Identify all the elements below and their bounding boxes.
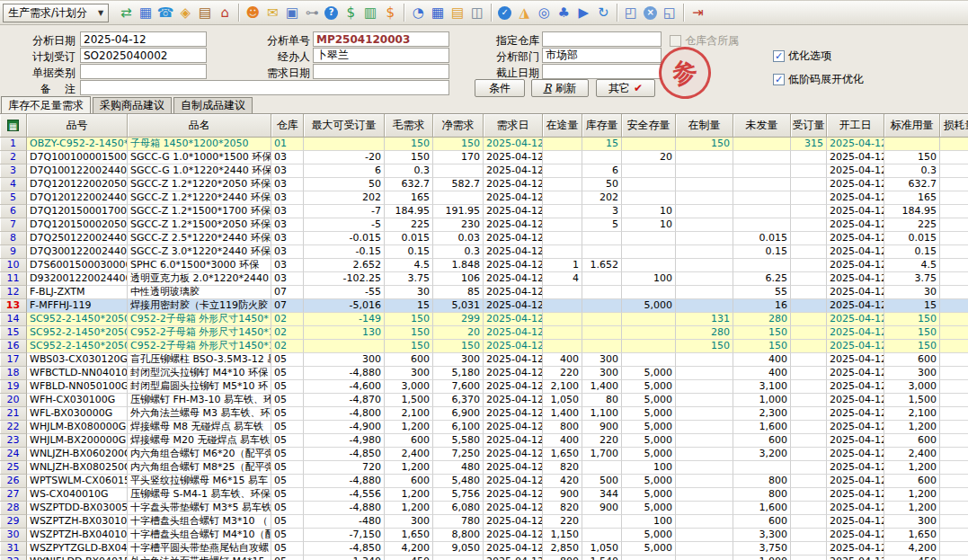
cell-受订量[interactable] — [791, 191, 827, 205]
cell-仓库[interactable]: 03 — [271, 245, 304, 259]
cell-品号[interactable]: OBZY-C952-2-1450*2( — [27, 138, 128, 151]
row-number[interactable]: 22 — [0, 421, 27, 434]
cell-需求日[interactable]: 2025-04-12 — [484, 529, 543, 542]
cell-毛需求[interactable]: 1,500 — [385, 394, 433, 407]
cell-在途量[interactable]: 2,850 — [543, 542, 582, 556]
column-header-6[interactable]: 净需求 — [433, 114, 484, 138]
cell-最大可受订量[interactable]: -102.25 — [304, 272, 385, 286]
row-number[interactable]: 8 — [0, 232, 27, 245]
cell-库存量[interactable]: 50 — [582, 178, 622, 191]
cell-安全存量[interactable]: 5,000 — [622, 299, 676, 313]
cell-安全存量[interactable] — [622, 259, 676, 272]
cell-在制量[interactable] — [676, 515, 733, 529]
cell-开工日[interactable]: 2025-04-12 — [827, 232, 884, 245]
cell-最大可受订量[interactable]: 50 — [304, 178, 385, 191]
cell-品名[interactable]: C952-2子母箱 外形尺寸1450*1 — [128, 326, 271, 340]
cell-最大可受订量[interactable]: -4,850 — [304, 542, 385, 556]
cell-仓库[interactable]: 05 — [271, 367, 304, 380]
cart-icon[interactable]: ▥ — [360, 3, 380, 22]
cell-库存量[interactable]: 6 — [582, 164, 622, 178]
cell-未发量[interactable]: 400 — [733, 353, 791, 367]
cell-净需求[interactable]: 5,180 — [433, 367, 484, 380]
cell-库存量[interactable]: 500 — [582, 475, 622, 488]
row-number[interactable]: 27 — [0, 488, 27, 502]
cell-在途量[interactable]: 220 — [543, 515, 582, 529]
cell-需求日[interactable]: 2025-04-12 — [484, 232, 543, 245]
cell-库存量[interactable] — [582, 313, 622, 326]
cell-需求日[interactable]: 2025-04-12 — [484, 205, 543, 218]
remark-input[interactable] — [80, 80, 449, 95]
cell-开工日[interactable]: 2025-04-12 — [827, 286, 884, 299]
customer-money-icon[interactable]: $ — [380, 3, 400, 22]
cell-开工日[interactable]: 2025-04-12 — [827, 218, 884, 232]
cell-未发量[interactable]: 3,200 — [733, 448, 791, 461]
cell-未发量[interactable]: 150 — [733, 326, 791, 340]
cell-品名[interactable]: 焊接用密封胶（卡立119防火胶 — [128, 299, 271, 313]
cell-品号[interactable]: WFBLD-NN050100G — [27, 380, 128, 394]
cell-受订量[interactable] — [791, 272, 827, 286]
warehouse-input[interactable] — [542, 31, 662, 47]
cell-安全存量[interactable] — [622, 556, 676, 560]
cell-最大可受订量[interactable]: -55 — [304, 286, 385, 299]
analysis-dept-input[interactable] — [542, 48, 662, 63]
cell-净需求[interactable]: 6,100 — [433, 421, 484, 434]
cell-毛需求[interactable]: 1,200 — [385, 502, 433, 515]
cell-开工日[interactable]: 2025-04-12 — [827, 353, 884, 367]
cell-未发量[interactable]: 150 — [733, 340, 791, 353]
table-row[interactable]: 20WFH-CX030100G压铆螺钉 FH-M3-10 易车铁、环05-4,8… — [0, 394, 968, 407]
cell-净需求[interactable]: 170 — [433, 151, 484, 164]
cell-品号[interactable]: WS-CX040010G — [27, 488, 128, 502]
cell-受订量[interactable] — [791, 407, 827, 421]
cell-安全存量[interactable] — [622, 164, 676, 178]
cell-在制量[interactable] — [676, 502, 733, 515]
cell-需求日[interactable]: 2025-04-12 — [484, 502, 543, 515]
cell-最大可受订量[interactable]: 6 — [304, 164, 385, 178]
low-level-code-checkbox[interactable]: ✓ — [773, 74, 785, 85]
cell-受订量[interactable]: 315 — [791, 138, 827, 151]
cell-受订量[interactable] — [791, 232, 827, 245]
row-number[interactable]: 11 — [0, 272, 27, 286]
cell-未发量[interactable]: 600 — [733, 515, 791, 529]
cell-未发量[interactable] — [733, 205, 791, 218]
cell-受订量[interactable] — [791, 488, 827, 502]
cell-安全存量[interactable]: 5,000 — [622, 421, 676, 434]
cell-开工日[interactable]: 2025-04-12 — [827, 421, 884, 434]
cell-在途量[interactable]: 400 — [543, 353, 582, 367]
cell-未发量[interactable] — [733, 178, 791, 191]
table-row[interactable]: 10D7S6001500030000GSPHC 6.0*1500*3000 环保… — [0, 259, 968, 272]
cell-库存量[interactable] — [582, 272, 622, 286]
cell-需求日[interactable]: 2025-04-12 — [484, 380, 543, 394]
row-number[interactable]: 23 — [0, 434, 27, 448]
cell-品名[interactable]: 焊接螺母 M8 无碰焊点 易车铁 — [128, 421, 271, 434]
cell-品名[interactable]: 内六角组合螺钉 M6*20（配平弹 — [128, 448, 271, 461]
cell-未发量[interactable]: 6.25 — [733, 272, 791, 286]
cell-最大可受订量[interactable] — [304, 138, 385, 151]
cell-在途量[interactable] — [543, 138, 582, 151]
cell-需求日[interactable]: 2025-04-12 — [484, 245, 543, 259]
cell-库存量[interactable]: 1,400 — [582, 380, 622, 394]
column-header-5[interactable]: 毛需求 — [385, 114, 433, 138]
cell-品名[interactable]: 封闭型沉头拉铆钉 M4*10 环保 — [128, 367, 271, 380]
cell-未发量[interactable]: 2,300 — [733, 407, 791, 421]
cell-库存量[interactable] — [582, 461, 622, 475]
cell-毛需求[interactable]: 1,200 — [385, 461, 433, 475]
cell-开工日[interactable]: 2025-04-12 — [827, 515, 884, 529]
cell-品名[interactable]: 中性透明玻璃胶 — [128, 286, 271, 299]
cell-净需求[interactable]: 6,080 — [433, 502, 484, 515]
warehouse-incl-checkbox[interactable] — [670, 35, 681, 47]
cell-在制量[interactable] — [676, 218, 733, 232]
cell-未发量[interactable] — [733, 138, 791, 151]
cell-在制量[interactable] — [676, 461, 733, 475]
cell-品号[interactable]: SC952-2-1450*2050-1 — [27, 340, 128, 353]
cell-净需求[interactable]: 1.848 — [433, 259, 484, 272]
cell-库存量[interactable]: 5 — [582, 218, 622, 232]
cell-受订量[interactable] — [791, 380, 827, 394]
cell-未发量[interactable]: 1,000 — [733, 556, 791, 560]
cell-仓库[interactable]: 07 — [271, 286, 304, 299]
cell-最大可受订量[interactable]: 202 — [304, 191, 385, 205]
cell-需求日[interactable]: 2025-04-12 — [484, 421, 543, 434]
cell-受订量[interactable] — [791, 367, 827, 380]
cell-净需求[interactable]: 5,580 — [433, 434, 484, 448]
cell-毛需求[interactable]: 1,200 — [385, 488, 433, 502]
cell-安全存量[interactable]: 5,000 — [622, 380, 676, 394]
